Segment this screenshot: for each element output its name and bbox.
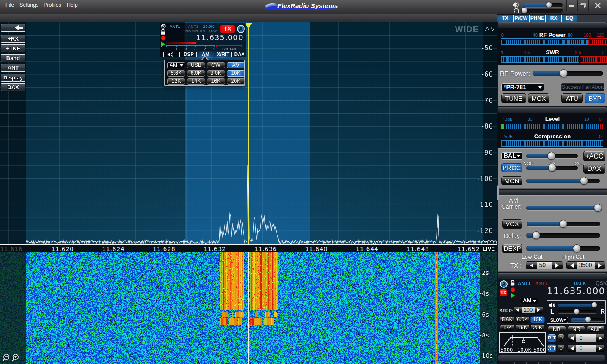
minimize-button[interactable] xyxy=(566,0,577,11)
dexp-button[interactable]: DEXP xyxy=(502,244,522,253)
display-button[interactable]: Display xyxy=(1,74,25,82)
audio-tab-speaker-icon[interactable] xyxy=(167,52,174,57)
spectrum-canvas[interactable] xyxy=(0,22,497,244)
low-cut-value[interactable]: 50 xyxy=(537,262,552,269)
tab-phne[interactable]: PHNE xyxy=(530,15,545,22)
vox-button[interactable]: VOX xyxy=(502,219,522,229)
dax-button[interactable]: DAX xyxy=(1,83,25,91)
tab-dax[interactable]: DAX xyxy=(233,52,246,57)
tab-xrit[interactable]: X/RIT xyxy=(215,52,231,57)
rit-button[interactable]: RIT xyxy=(547,334,556,342)
maximize-button[interactable] xyxy=(577,0,588,11)
rit-zero-button[interactable]: 0 xyxy=(558,334,565,342)
rx-mode-dropdown[interactable]: AM xyxy=(520,298,538,304)
rx-filter-12k[interactable]: 12K xyxy=(500,324,514,331)
zoom-arrows[interactable]: △▽ xyxy=(485,25,496,32)
zoom-in-icon[interactable] xyxy=(11,353,19,363)
add-tnf-button[interactable]: +TNF xyxy=(1,44,25,52)
mon-button[interactable]: MON xyxy=(501,176,522,185)
waterfall-display[interactable]: -2s-4s-6s-8s-10s xyxy=(0,252,497,364)
filter-width-label[interactable]: 10.0K xyxy=(203,24,214,29)
ant-button[interactable]: ANT xyxy=(1,64,25,72)
vox-slider[interactable] xyxy=(527,222,600,226)
agc-knob[interactable] xyxy=(585,317,591,323)
tune-button[interactable]: TUNE xyxy=(501,93,526,103)
proc-knob[interactable] xyxy=(548,164,556,172)
filter-10k-button[interactable]: 10K xyxy=(227,70,245,77)
mon-knob[interactable] xyxy=(580,177,588,185)
filter-20k-button[interactable]: 20K xyxy=(227,78,245,85)
xit-step-value[interactable]: 0 xyxy=(576,345,596,352)
filter-8k-button[interactable]: 8.0K xyxy=(207,70,225,77)
zoom-out-icon[interactable] xyxy=(2,353,10,363)
profile-dropdown[interactable]: *PR-781 xyxy=(501,83,544,91)
delay-knob[interactable] xyxy=(532,231,540,239)
tab-tx[interactable]: TX xyxy=(497,15,513,22)
rx-filter-20k[interactable]: 20K xyxy=(530,324,545,331)
collapse-menu-button[interactable] xyxy=(1,24,25,32)
band-button[interactable]: Band xyxy=(1,54,25,62)
rit-decrement[interactable] xyxy=(568,334,576,342)
rx-slice-letter-badge[interactable]: A xyxy=(500,280,508,288)
tx-badge[interactable]: TX xyxy=(220,25,235,33)
tab-pcw[interactable]: P/CW xyxy=(514,15,529,22)
filter-16k-button[interactable]: 16K xyxy=(207,78,225,85)
rx-play-icon[interactable] xyxy=(511,293,515,298)
anf-button[interactable]: ANF xyxy=(587,326,605,333)
close-slice-icon[interactable] xyxy=(161,24,166,29)
rx-frequency-display[interactable]: 11.635.000 xyxy=(547,286,605,296)
xit-increment[interactable] xyxy=(596,345,604,352)
add-rx-button[interactable]: +RX xyxy=(1,35,25,43)
dexp-slider[interactable] xyxy=(526,246,600,251)
tab-dsp[interactable]: DSP xyxy=(181,52,196,57)
xit-zero-button[interactable]: 0 xyxy=(558,344,565,352)
rf-power-knob[interactable] xyxy=(560,69,568,77)
headphone-knob[interactable] xyxy=(521,7,527,14)
volume-knob[interactable] xyxy=(546,2,552,8)
low-cut-decrement[interactable] xyxy=(526,262,537,269)
rx-filter-6k[interactable]: 6.0K xyxy=(515,316,530,323)
xit-decrement[interactable] xyxy=(568,345,576,352)
slice-letter-badge[interactable]: A xyxy=(237,25,245,33)
step-decrement[interactable] xyxy=(514,307,522,313)
mode-am-button[interactable]: AM xyxy=(227,62,245,68)
low-cut-increment[interactable] xyxy=(552,262,563,269)
dax-panel-button[interactable]: DAX xyxy=(583,164,605,174)
rf-power-slider[interactable] xyxy=(533,71,603,76)
proc-button[interactable]: PROC xyxy=(501,163,522,172)
dexp-knob[interactable] xyxy=(573,244,581,252)
delay-slider[interactable] xyxy=(526,233,600,238)
nb-button[interactable]: NB xyxy=(547,326,566,333)
acc-button[interactable]: +ACC xyxy=(583,151,605,161)
filter-14k-button[interactable]: 14K xyxy=(187,78,205,85)
rx-antenna-label[interactable]: ANT1 xyxy=(518,281,530,286)
frequency-display[interactable]: 11.635.000 xyxy=(196,33,244,42)
high-cut-increment[interactable] xyxy=(595,262,605,269)
menu-help[interactable]: Help xyxy=(65,1,80,9)
proc-slider[interactable] xyxy=(526,166,578,170)
mon-slider[interactable] xyxy=(526,179,600,183)
waterfall-canvas[interactable] xyxy=(0,252,497,364)
tab-rx[interactable]: RX xyxy=(546,15,561,22)
filter-5k6-button[interactable]: 5.6K xyxy=(167,70,185,77)
rx-volume-slider[interactable] xyxy=(558,304,603,307)
am-carrier-slider[interactable] xyxy=(526,206,601,210)
byp-button[interactable]: BYP xyxy=(585,93,605,103)
rx-unlock-icon[interactable] xyxy=(510,280,515,286)
mic-level-knob[interactable] xyxy=(547,152,555,160)
master-volume-slider[interactable] xyxy=(523,3,563,7)
rit-increment[interactable] xyxy=(596,334,604,342)
rx-filter-10k[interactable]: 10K xyxy=(530,316,545,323)
vox-knob[interactable] xyxy=(559,220,567,228)
rx-record-icon[interactable] xyxy=(511,287,515,292)
rx-tx-badge[interactable]: TX xyxy=(500,289,507,296)
headphone-volume-slider[interactable] xyxy=(522,9,563,13)
atu-button[interactable]: ATU xyxy=(561,93,583,103)
mode-dropdown[interactable]: AM xyxy=(167,62,185,68)
filter-6k-button[interactable]: 6.0K xyxy=(187,70,205,77)
rx-tx-antenna-label[interactable]: ANT1 xyxy=(535,281,548,286)
filter-12k-button[interactable]: 12K xyxy=(167,78,185,85)
rit-step-value[interactable]: 0 xyxy=(576,334,596,342)
xit-button[interactable]: XIT xyxy=(547,344,556,352)
mic-source-dropdown[interactable]: BAL xyxy=(501,152,522,160)
